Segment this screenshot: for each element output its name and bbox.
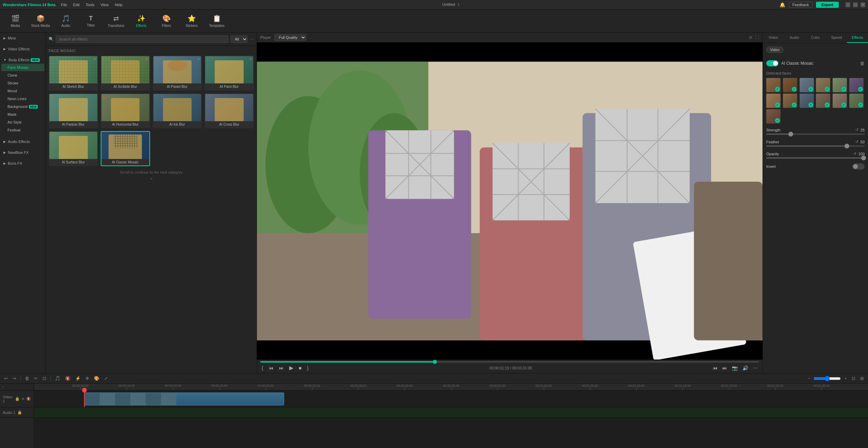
menu-file[interactable]: File xyxy=(61,3,67,7)
opacity-handle[interactable] xyxy=(861,156,866,160)
timeline-zoom-in-button[interactable]: + xyxy=(843,375,848,382)
feather-handle[interactable] xyxy=(845,144,849,148)
video-clip[interactable] xyxy=(84,393,284,405)
playhead[interactable] xyxy=(84,390,85,407)
timeline-grid-button[interactable]: ⊞ xyxy=(859,375,865,382)
timeline-zoom-slider[interactable] xyxy=(814,376,841,381)
panel-item-face-mosaic[interactable]: Face Mosaic xyxy=(1,64,44,71)
tool-media[interactable]: 🎬 Media xyxy=(3,11,27,31)
face-thumb-12[interactable]: ✓ xyxy=(849,94,864,108)
face-thumb-7[interactable]: ✓ xyxy=(766,94,781,108)
section-audio-effects-header[interactable]: ▶ Audio Effects xyxy=(0,138,46,145)
feather-slider[interactable] xyxy=(766,145,865,147)
stop-button[interactable]: ■ xyxy=(297,365,303,371)
track-mute-button[interactable]: 🔇 xyxy=(26,397,31,401)
tab-effects[interactable]: Effects xyxy=(847,33,868,43)
volume-button[interactable]: 🔊 xyxy=(741,365,750,371)
mark-out-button[interactable]: } xyxy=(306,365,310,371)
minimize-button[interactable]: ─ xyxy=(846,2,850,7)
section-video-effects-header[interactable]: ▶ Video Effects xyxy=(0,46,46,52)
timeline-transform-button[interactable]: ⤢ xyxy=(103,375,109,382)
tab-color[interactable]: Color xyxy=(805,33,826,43)
panel-item-stroke[interactable]: Stroke xyxy=(1,79,44,87)
face-thumb-3[interactable]: ✓ xyxy=(800,78,814,92)
panel-item-neon-lines[interactable]: Neon Lines xyxy=(1,95,44,102)
effect-ai-ink-blur[interactable]: AI Ink Blur xyxy=(153,93,202,128)
close-button[interactable]: ✕ xyxy=(861,2,865,7)
menu-edit[interactable]: Edit xyxy=(73,3,80,7)
face-thumb-5[interactable]: ✓ xyxy=(833,78,847,92)
export-button[interactable]: Export xyxy=(816,2,839,8)
tool-titles[interactable]: T Titles xyxy=(79,11,103,31)
timeline-freeze-button[interactable]: ❄ xyxy=(84,375,91,382)
effect-ai-surface-blur[interactable]: ♥ AI Surface Blur xyxy=(49,131,98,166)
section-body-effects-header[interactable]: ▼ Body Effects NEW xyxy=(0,57,46,63)
tool-templates[interactable]: 📋 Templates xyxy=(205,11,229,31)
effect-ai-horizontal-blur[interactable]: ♥ AI Horizontal Blur xyxy=(101,93,150,128)
feather-reset-icon[interactable]: ↺ xyxy=(855,140,858,144)
quality-select[interactable]: Full Quality xyxy=(274,34,306,41)
timeline-zoom-out-button[interactable]: − xyxy=(806,375,812,382)
face-thumb-8[interactable]: ✓ xyxy=(783,94,797,108)
video-badge[interactable]: Video xyxy=(766,47,783,53)
face-thumb-10[interactable]: ✓ xyxy=(816,94,830,108)
tool-stock-media[interactable]: 📦 Stock Media xyxy=(29,11,52,31)
effect-ai-classic-mosaic[interactable]: AI Classic Mosaic xyxy=(101,131,150,166)
effect-ai-sketch-blur[interactable]: ⊕ AI Sketch Blur xyxy=(49,55,98,91)
menu-tools[interactable]: Tools xyxy=(86,3,95,7)
section-newblue-fx-header[interactable]: ▶ NewBlue FX xyxy=(0,149,46,156)
skip-back-button[interactable]: ⏮ xyxy=(267,365,275,371)
effect-ai-particle-blur[interactable]: ♥ AI Particle Blur xyxy=(49,93,98,128)
effect-enable-toggle[interactable] xyxy=(766,60,779,66)
menu-view[interactable]: View xyxy=(100,3,109,7)
opacity-slider[interactable] xyxy=(766,157,865,159)
strength-reset-icon[interactable]: ↺ xyxy=(855,128,858,132)
panel-item-mood[interactable]: Mood xyxy=(1,87,44,95)
maximize-button[interactable]: □ xyxy=(853,2,858,7)
all-dropdown[interactable]: All xyxy=(230,35,248,43)
panel-item-festival[interactable]: Festival xyxy=(1,126,44,134)
timeline-undo-button[interactable]: ↩ xyxy=(3,375,9,382)
face-thumb-6[interactable]: ✓ xyxy=(849,78,864,92)
tool-filters[interactable]: 🎨 Filters xyxy=(154,11,178,31)
audio-track-lock-button[interactable]: 🔒 xyxy=(17,410,22,415)
fullscreen-icon[interactable]: ⛶ xyxy=(755,35,759,40)
grid-view-icon[interactable]: ⊞ xyxy=(749,35,752,40)
mark-in-button[interactable]: { xyxy=(260,365,265,371)
panel-item-art-style[interactable]: Art Style xyxy=(1,118,44,126)
effect-ai-cross-blur[interactable]: AI Cross Blur xyxy=(204,93,254,128)
face-thumb-1[interactable]: ✓ xyxy=(766,78,781,92)
more-options-icon[interactable]: ⋯ xyxy=(250,37,254,42)
menu-help[interactable]: Help xyxy=(115,3,122,7)
tool-audio[interactable]: 🎵 Audio xyxy=(54,11,78,31)
timeline-fit-button[interactable]: ⊡ xyxy=(850,375,857,382)
face-thumb-13[interactable]: ✓ xyxy=(766,109,781,124)
panel-item-background[interactable]: Background NEW xyxy=(1,103,44,110)
timeline-audio-detach-button[interactable]: 🎵 xyxy=(53,375,62,382)
section-mine-header[interactable]: ▶ Mine xyxy=(0,35,46,42)
effect-ai-scribble-blur[interactable]: ⊕ AI Scribble Blur xyxy=(101,55,150,91)
face-thumb-11[interactable]: ✓ xyxy=(833,94,847,108)
tab-speed[interactable]: Speed xyxy=(826,33,847,43)
timeline-split-button[interactable]: ✂ xyxy=(33,375,39,382)
notification-icon[interactable]: 🔔 xyxy=(780,2,785,7)
progress-bar[interactable] xyxy=(260,361,759,363)
play-button[interactable]: ▶ xyxy=(288,364,295,372)
next-clip-button[interactable]: ⏭ xyxy=(721,365,728,371)
search-input[interactable] xyxy=(56,35,228,43)
progress-handle[interactable] xyxy=(433,360,437,364)
face-thumb-4[interactable]: ✓ xyxy=(816,78,830,92)
invert-toggle[interactable] xyxy=(852,163,865,170)
panel-item-mask[interactable]: Mask xyxy=(1,111,44,118)
tab-video[interactable]: Video xyxy=(763,33,784,43)
effect-ai-pastel-blur[interactable]: ⊕ AI Pastel Blur xyxy=(153,55,202,91)
step-back-button[interactable]: ⏭ xyxy=(278,365,285,371)
strength-handle[interactable] xyxy=(788,132,793,137)
face-thumb-2[interactable]: ✓ xyxy=(783,78,797,92)
tab-audio[interactable]: Audio xyxy=(784,33,805,43)
delete-effect-button[interactable]: 🗑 xyxy=(860,61,865,66)
timeline-speed-button[interactable]: ⚡ xyxy=(74,375,82,382)
more-button[interactable]: ⋯ xyxy=(752,365,759,371)
opacity-reset-icon[interactable]: ↺ xyxy=(853,151,856,156)
strength-slider[interactable] xyxy=(766,133,865,135)
